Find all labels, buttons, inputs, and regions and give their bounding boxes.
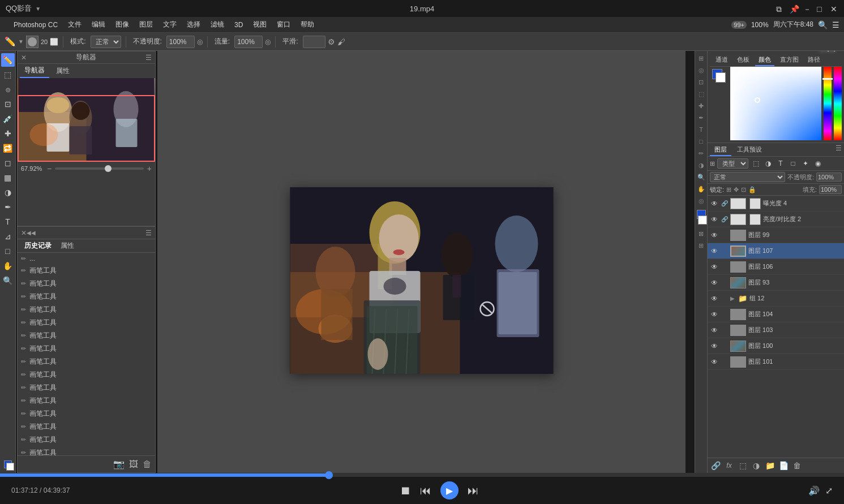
vert-tool-5[interactable]: ✚ [696, 101, 706, 111]
menu-3d[interactable]: 3D [230, 19, 247, 31]
pin-btn[interactable]: 📌 [790, 5, 798, 12]
vert-tool-screen[interactable]: ⊞ [696, 240, 706, 251]
list-item[interactable]: ✏画笔工具 [18, 342, 155, 355]
fill-value[interactable] [819, 185, 842, 194]
vert-tool-9[interactable]: ✏ [696, 148, 706, 158]
mode-select[interactable]: 正常 [91, 36, 121, 48]
menu-help[interactable]: 帮助 [296, 18, 319, 31]
brush-hardness-icon[interactable]: ⬜ [50, 38, 58, 46]
vert-tool-12[interactable]: ✋ [696, 184, 706, 194]
vert-tool-3[interactable]: ⊡ [696, 77, 706, 87]
menu-type[interactable]: 文字 [158, 18, 181, 31]
layer-visibility-bright2[interactable]: 👁 [710, 215, 719, 224]
pen-tool-btn[interactable]: ✒ [1, 200, 15, 214]
lock-all-icon[interactable]: 🔒 [748, 186, 756, 193]
paths-tab[interactable]: 路径 [804, 54, 824, 66]
prev-btn[interactable]: ⏮ [420, 484, 431, 497]
play-pause-btn[interactable]: ▶ [440, 481, 459, 499]
maximize-btn[interactable]: □ [817, 5, 825, 12]
layer-item-104[interactable]: 👁 图层 104 [708, 307, 844, 322]
color-gradient-picker[interactable] [730, 67, 821, 140]
filter-adjust-btn[interactable]: ◑ [763, 158, 773, 169]
brush-settings-icon[interactable]: 🖌 [337, 37, 345, 46]
list-item[interactable]: ✏画笔工具 [18, 407, 155, 420]
type-tool-btn[interactable]: T [1, 215, 15, 229]
layers-tab[interactable]: 图层 [710, 144, 731, 156]
vert-tool-4[interactable]: ⬚ [696, 89, 706, 99]
tool-presets-tab[interactable]: 工具预设 [732, 144, 766, 156]
layer-visibility-93[interactable]: 👁 [710, 278, 719, 287]
history-close-btn[interactable]: ✕ [21, 229, 27, 237]
navigator-close-btn[interactable]: ✕ [21, 54, 27, 62]
zoom-slider[interactable] [55, 167, 144, 170]
lock-position-icon[interactable]: ✥ [734, 186, 739, 193]
artwork-canvas[interactable] [290, 187, 553, 374]
menu-view[interactable]: 视图 [249, 18, 271, 31]
volume-btn[interactable]: 🔊 [808, 485, 820, 496]
vert-tool-10[interactable]: ◑ [696, 160, 706, 170]
minimize-btn[interactable]: － [803, 5, 811, 12]
attributes-tab[interactable]: 属性 [56, 239, 79, 252]
create-new-doc-btn[interactable]: 🖼 [129, 459, 138, 469]
lasso-tool-btn[interactable]: ⌾ [1, 83, 15, 96]
list-item[interactable]: ✏画笔工具 [18, 355, 155, 368]
progress-thumb[interactable] [325, 471, 333, 479]
list-item[interactable]: ✏画笔工具 [18, 368, 155, 381]
filter-shape-btn[interactable]: □ [788, 158, 798, 169]
gradient-tool-btn[interactable]: ▦ [1, 171, 15, 184]
layer-item-93[interactable]: 👁 图层 93 [708, 275, 844, 291]
layers-panel-menu[interactable]: ☰ [836, 144, 842, 156]
next-btn[interactable]: ⏭ [468, 484, 479, 497]
list-item[interactable]: ✏画笔工具 [18, 433, 155, 446]
progress-bar[interactable] [0, 473, 844, 477]
vert-tool-2[interactable]: ◎ [696, 65, 706, 75]
fullscreen-btn[interactable]: ⤢ [825, 485, 833, 496]
crop-tool-btn[interactable]: ⊡ [1, 97, 15, 111]
layer-item-107[interactable]: 👁 图层 107 [708, 243, 844, 259]
clone-tool-btn[interactable]: 🔁 [1, 141, 15, 155]
smooth-input[interactable] [303, 36, 325, 48]
zoom-tool-btn[interactable]: 🔍 [1, 274, 15, 287]
navigator-menu-btn[interactable]: ☰ [145, 54, 152, 62]
vert-tool-mask[interactable]: ⊠ [696, 229, 706, 239]
link-layers-btn[interactable]: 🔗 [710, 460, 721, 471]
color-tab[interactable]: 颜色 [755, 54, 774, 66]
flow-toggle-icon[interactable]: ◎ [265, 38, 271, 46]
list-item[interactable]: ✏画笔工具 [18, 394, 155, 407]
properties-tab[interactable]: 属性 [52, 64, 74, 77]
eyedropper-tool-btn[interactable]: 💉 [1, 112, 15, 126]
layer-visibility-99[interactable]: 👁 [710, 231, 719, 240]
brush-tool-icon[interactable]: ✏️ [5, 36, 16, 47]
new-snapshot-btn[interactable]: 📷 [113, 459, 125, 469]
list-item[interactable]: ✏画笔工具 [18, 381, 155, 394]
layer-visibility-grp12[interactable]: 👁 [710, 294, 719, 303]
layer-item-106[interactable]: 👁 图层 106 [708, 259, 844, 275]
navigator-preview[interactable] [18, 78, 155, 162]
list-item[interactable]: ✏ ... [18, 253, 155, 264]
menu-edit[interactable]: 编辑 [87, 18, 110, 31]
history-expand-btn[interactable]: ◀◀ [27, 230, 36, 236]
blend-mode-select[interactable]: 正常 [710, 172, 785, 182]
layer-type-filter[interactable]: 类型 [717, 158, 748, 169]
layer-visibility-exp4[interactable]: 👁 [710, 199, 719, 208]
opacity-toggle-icon[interactable]: ◎ [197, 38, 203, 46]
brush-tool-btn[interactable]: ✏️ [1, 53, 15, 67]
vert-tool-11[interactable]: 🔍 [696, 172, 706, 182]
layer-item-bright2[interactable]: 👁 🔗 亮度/对比度 2 [708, 212, 844, 227]
list-item[interactable]: ✏画笔工具 [18, 303, 155, 316]
close-btn[interactable]: ✕ [830, 5, 838, 12]
flow-input[interactable] [234, 36, 263, 48]
menu-window[interactable]: 窗口 [272, 18, 295, 31]
history-tab[interactable]: 历史记录 [20, 239, 56, 252]
canvas-area[interactable] [157, 51, 686, 473]
swatches-tab[interactable]: 色板 [734, 54, 753, 66]
heal-tool-btn[interactable]: ✚ [1, 127, 15, 140]
menu-file[interactable]: 文件 [63, 18, 86, 31]
brush-dropdown-icon[interactable]: ▼ [18, 38, 24, 45]
menu-icon[interactable]: ☰ [832, 20, 839, 29]
filter-type-btn[interactable]: T [776, 158, 786, 169]
histogram-tab[interactable]: 直方图 [777, 54, 802, 66]
layer-visibility-100[interactable]: 👁 [710, 342, 719, 351]
menu-photoshop[interactable]: Photoshop CC [9, 19, 62, 31]
opacity-value[interactable] [816, 173, 842, 182]
